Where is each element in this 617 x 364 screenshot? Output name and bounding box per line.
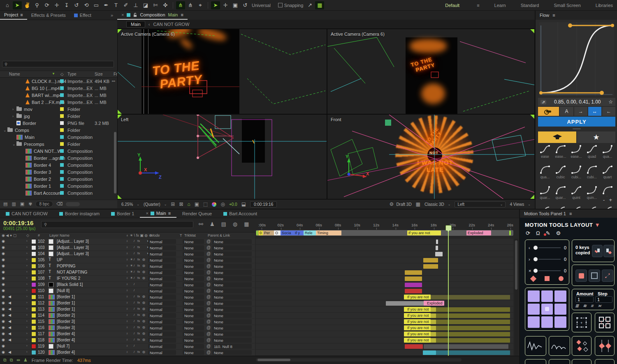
column-size[interactable]: Size [95,72,102,76]
pickwhip-icon[interactable]: @ [206,276,211,281]
trkmat-select[interactable]: None⌄ [183,264,204,269]
label-chip[interactable] [60,163,64,167]
expand-layer-icon[interactable]: › [26,295,28,298]
project-item-name[interactable]: BART wi...mp4 [32,93,62,98]
layer-switch-icon[interactable]: ◍ [142,264,145,267]
layer-switch-icon[interactable]: fx [137,258,140,261]
expand-layer-icon[interactable]: › [26,276,28,280]
text-toggle-button[interactable]: A [560,107,573,116]
preset-ease[interactable]: ease... [553,145,568,165]
layer-name[interactable]: [Border 3] [57,319,75,324]
pull-keys-button[interactable]: › [595,336,615,356]
layer-name[interactable]: [Adjust... Layer 3] [57,251,89,256]
layer-name[interactable]: [Border 1] [57,307,75,311]
layer-row-120[interactable]: ◉◀›120[Border 4]♁/fx◍⊛Normal⌄None⌄@None⌄ [0,350,255,356]
layer-switch-icon[interactable]: / [134,264,135,267]
layer-marker[interactable]: Exploded [424,301,444,306]
playhead-line[interactable] [448,228,449,356]
layer-label-chip[interactable] [31,319,36,324]
flowchart-current-button[interactable]: Main [126,21,145,28]
layer-visibility-icon[interactable]: ◉ [2,288,5,293]
track-row-115[interactable]: If you are not [256,319,513,325]
cutoff-button[interactable] [549,359,570,364]
trkmat-select[interactable]: None⌄ [183,258,204,263]
exposure-value[interactable]: +0.0 [229,202,237,207]
layer-visibility-icon[interactable]: ◉ [2,301,5,305]
preset-partial[interactable] [537,206,553,209]
workspace-learn[interactable]: Learn [494,3,506,8]
layer-marker[interactable]: If you are not [404,325,431,330]
timeline-toggle-icon-1[interactable]: ♟ [210,221,215,227]
layer-row-105[interactable]: ◉›105TUP♁☀/fx◍⊛Normal⌄None⌄@None⌄ [0,257,255,263]
expand-layer-icon[interactable]: › [26,258,28,261]
mask-toggle-icon[interactable]: ⌂ [187,201,190,207]
layer-switch-icon[interactable]: / [134,319,135,323]
panel-menu-icon[interactable]: ≡ [569,211,572,216]
workspace-libraries[interactable]: Libraries [596,3,613,8]
layer-switch-icon[interactable]: ☀ [130,270,133,274]
paste-keys-button[interactable] [603,245,614,257]
layer-marker[interactable]: If you are not [404,332,431,336]
layer-switch-icon[interactable]: fx [137,245,140,249]
renderer-select[interactable]: Classic 3D⌄ [424,202,451,207]
layer-duration-bar[interactable] [423,350,436,355]
layer-audio-icon[interactable]: ◀ [8,295,11,299]
layer-name[interactable]: [Border 2] [57,313,75,318]
workspace-menu-icon[interactable]: ≡ [477,3,479,8]
column-label-icon[interactable]: ◇ [26,233,29,237]
viewport-front[interactable]: Front TO THEPARTY NOT I WAS NOT LATE [327,114,535,199]
workspace-small-screen[interactable]: Small Screen [554,3,580,8]
panel-menu-icon[interactable]: ≡ [552,13,555,18]
project-footer-icon-3[interactable]: ✾ [28,201,32,207]
preset-quart[interactable]: quart [600,165,615,186]
layer-switch-icon[interactable]: ☀ [130,276,133,280]
project-footer-icon-0[interactable]: ▤ [3,201,7,207]
arrow-right-button[interactable]: → [574,107,587,116]
project-item[interactable]: ⌄PrecompsFolder [0,141,117,147]
project-item[interactable]: CAN NOT...WComposition [0,147,117,154]
track-row-120[interactable] [256,350,513,356]
layer-name[interactable]: [Border 4] [57,350,75,355]
blend-mode-select[interactable]: Normal⌄ [148,319,176,324]
layer-visibility-icon[interactable]: ◉ [2,264,5,268]
layer-visibility-icon[interactable]: ◉ [2,313,5,317]
layer-visibility-icon[interactable]: ◉ [2,270,5,274]
track-row-109[interactable] [256,282,513,288]
trkmat-select[interactable]: None⌄ [183,319,204,324]
project-item-name[interactable]: Border 4 [34,163,51,168]
layer-switch-icon[interactable]: ♁ [126,332,128,335]
track-row-118[interactable]: If you are not [256,337,513,343]
label-chip[interactable] [60,93,64,97]
layer-audio-icon[interactable]: ◀ [8,319,11,323]
blend-mode-select[interactable]: Normal⌄ [148,288,176,293]
layer-row-116[interactable]: ◉◀›116[Border 3]♁/fx◍⊛Normal⌄None⌄@None⌄ [0,325,255,331]
sequence-mode-4-button[interactable]: ≍ [597,303,603,309]
parent-select[interactable]: None⌄ [212,282,252,287]
label-chip[interactable] [60,86,64,90]
layer-switch-icon[interactable]: ♁ [126,270,128,274]
expander-icon[interactable]: ⌄ [3,128,7,132]
layer-switch-icon[interactable]: fx [137,239,140,243]
layer-audio-icon[interactable]: ◀ [8,301,11,305]
eraser-tool-icon[interactable]: ◪ [141,1,150,9]
layer-marker[interactable]: If you are not [404,295,431,299]
anchor-cell-center[interactable] [541,304,553,315]
layer-label-chip[interactable] [31,239,36,244]
composition-marker[interactable]: Rele [304,230,317,235]
pencil-icon[interactable]: ✎ [546,230,550,236]
parent-select[interactable]: None⌄ [212,350,252,355]
layer-duration-bar[interactable] [436,240,438,244]
timeline-toggle-icon-4[interactable]: ▦ [244,221,249,227]
project-item[interactable]: Border 3Composition [0,168,117,175]
track-row-117[interactable]: If you are not [256,331,513,337]
parent-select[interactable]: None⌄ [212,338,252,343]
track-row-119[interactable] [256,343,513,350]
expand-layer-icon[interactable]: › [26,301,28,304]
work-area-start-handle[interactable] [256,230,258,235]
layer-duration-bar[interactable] [424,344,508,349]
expand-layer-icon[interactable]: › [26,319,28,323]
tab-effect[interactable]: Effect [70,11,95,20]
layer-switch-icon[interactable]: fx [137,319,140,323]
render-toggle-icon-3[interactable]: ♟ [23,357,28,363]
parent-select[interactable]: None⌄ [212,332,252,336]
